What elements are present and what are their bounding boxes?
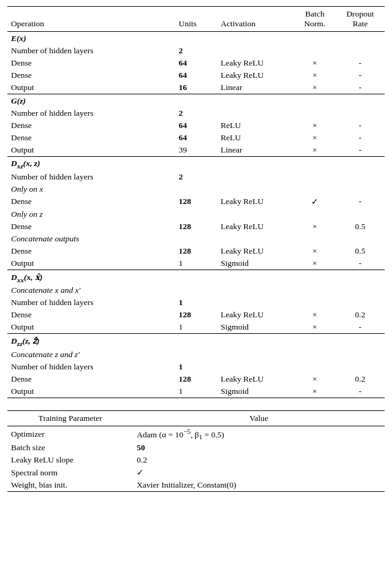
table-row: Output 39 Linear × - (7, 144, 385, 157)
table-row: Number of hidden layers 2 (7, 107, 385, 119)
section-title-dxz: Dxz(x, z) (7, 157, 385, 171)
dr-val: - (336, 257, 385, 270)
table-row: Output 1 Sigmoid × - (7, 257, 385, 270)
table-row: Only on z (7, 208, 385, 221)
act-val (217, 208, 293, 221)
op-label: Dense (7, 195, 175, 208)
op-label: Output (7, 144, 175, 157)
param-row: Batch size 50 (7, 442, 385, 454)
op-label: Output (7, 321, 175, 334)
act-val: Leaky ReLU (217, 195, 293, 208)
act-val (217, 45, 293, 57)
col-header-batch-norm: BatchNorm. (294, 7, 336, 32)
table-row: Dense 64 Leaky ReLU × - (7, 69, 385, 81)
table-row: Dense 64 ReLU × - (7, 119, 385, 132)
units-val: 1 (175, 361, 217, 373)
dr-val (336, 233, 385, 245)
bn-val (294, 183, 336, 195)
dr-val: - (336, 132, 385, 144)
table-row: Number of hidden layers 1 (7, 361, 385, 373)
op-label: Number of hidden layers (7, 171, 175, 183)
dr-val (336, 171, 385, 183)
dr-val: - (336, 195, 385, 208)
dr-val (336, 361, 385, 373)
act-val (217, 349, 293, 361)
act-val (217, 296, 293, 309)
bn-val (294, 45, 336, 57)
param-label: Batch size (7, 442, 133, 454)
act-val: Leaky ReLU (217, 309, 293, 321)
units-val: 128 (175, 245, 217, 257)
dr-val (336, 284, 385, 296)
op-label-italic: Only on x (7, 183, 175, 195)
act-val: Linear (217, 144, 293, 157)
units-val: 2 (175, 107, 217, 119)
dr-val: 0.2 (336, 373, 385, 385)
table-row: Only on x (7, 183, 385, 195)
units-val: 1 (175, 321, 217, 334)
col-header-units: Units (175, 7, 217, 32)
table-row: Dense 128 Leaky ReLU × 0.2 (7, 373, 385, 385)
param-value: Adam (α = 10−5, β1 = 0.5) (133, 426, 385, 442)
bn-val: × (294, 257, 336, 270)
param-row: Optimizer Adam (α = 10−5, β1 = 0.5) (7, 426, 385, 442)
bn-val: × (294, 144, 336, 157)
bn-val (294, 171, 336, 183)
training-params-table: Training Parameter Value Optimizer Adam … (7, 410, 385, 492)
dr-val (336, 45, 385, 57)
param-label: Optimizer (7, 426, 133, 442)
dr-val (336, 183, 385, 195)
dr-val: 0.2 (336, 309, 385, 321)
op-label-italic: Concatenate z and z' (7, 349, 175, 361)
table-row: Output 1 Sigmoid × - (7, 321, 385, 334)
dr-val: - (336, 144, 385, 157)
act-val: Sigmoid (217, 385, 293, 398)
act-val: Sigmoid (217, 321, 293, 334)
act-val: Sigmoid (217, 257, 293, 270)
op-label: Dense (7, 69, 175, 81)
dr-val (336, 296, 385, 309)
op-label-italic: Concatenate outputs (7, 233, 175, 245)
units-val (175, 349, 217, 361)
col-header-activation: Activation (217, 7, 293, 32)
units-val (175, 183, 217, 195)
act-val (217, 183, 293, 195)
bn-val (294, 107, 336, 119)
op-label: Number of hidden layers (7, 107, 175, 119)
bn-val: × (294, 373, 336, 385)
units-val: 1 (175, 296, 217, 309)
units-val (175, 233, 217, 245)
op-label: Dense (7, 245, 175, 257)
param-label: Weight, bias init. (7, 479, 133, 492)
units-val: 1 (175, 385, 217, 398)
col-header-operation: Operation (7, 7, 175, 32)
bn-val (294, 284, 336, 296)
param-row: Spectral norm ✓ (7, 466, 385, 479)
dr-val: - (336, 321, 385, 334)
table-row: Concatenate z and z' (7, 349, 385, 361)
act-val: Leaky ReLU (217, 245, 293, 257)
section-header-dxx: Dxx(x, x̂) (7, 270, 385, 284)
op-label: Dense (7, 132, 175, 144)
bn-val (294, 208, 336, 221)
op-label-italic: Only on z (7, 208, 175, 221)
section-title-dxx: Dxx(x, x̂) (7, 270, 385, 284)
table-row: Dense 64 Leaky ReLU × - (7, 57, 385, 69)
table-row: Output 1 Sigmoid × - (7, 385, 385, 398)
table-row: Output 16 Linear × - (7, 81, 385, 94)
bn-val (294, 361, 336, 373)
dr-val: 0.5 (336, 245, 385, 257)
bn-val (294, 296, 336, 309)
dr-val: - (336, 81, 385, 94)
act-val (217, 107, 293, 119)
bn-val: × (294, 321, 336, 334)
param-label: Leaky ReLU slope (7, 454, 133, 466)
units-val: 64 (175, 57, 217, 69)
act-val (217, 284, 293, 296)
units-val: 128 (175, 195, 217, 208)
bn-val (294, 349, 336, 361)
act-val: Leaky ReLU (217, 57, 293, 69)
bn-val: × (294, 132, 336, 144)
bn-val: × (294, 221, 336, 233)
bn-val: × (294, 57, 336, 69)
